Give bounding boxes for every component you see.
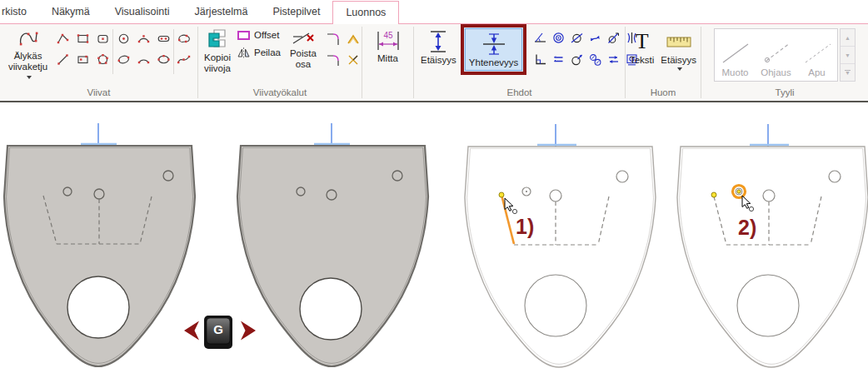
distance-constraint-button[interactable]: Etäisyys: [417, 27, 460, 67]
concentric-constraint-button[interactable]: [548, 28, 568, 47]
tangent-constraint-button[interactable]: [566, 28, 586, 47]
rectangle-button[interactable]: [72, 29, 92, 48]
plate-sketch-step2[interactable]: 2): [677, 124, 868, 367]
polygon-button[interactable]: [92, 50, 112, 69]
distance-annotation-button[interactable]: Etäisyys: [657, 27, 700, 72]
gallery-scroll-down-button[interactable]: ▼: [841, 47, 855, 64]
canvas-drawing: G 1): [0, 102, 868, 388]
parallel-constraint-button[interactable]: [548, 50, 568, 69]
large-hole[interactable]: [67, 276, 129, 338]
smart-line-chain-button[interactable]: Älykäs viivaketju: [3, 27, 52, 84]
mirror-button[interactable]: Peilaa: [235, 44, 282, 62]
rectangle-by-center-button[interactable]: [72, 50, 92, 69]
tab-luonnos[interactable]: Luonnos: [332, 1, 399, 24]
text-button[interactable]: T Teksti: [626, 27, 657, 67]
ellipse-by-points-button[interactable]: [153, 50, 173, 69]
equal-radius-constraint-button[interactable]: [585, 50, 605, 69]
style-apu-label: Apu: [808, 67, 825, 78]
chamfer-button[interactable]: [343, 29, 363, 48]
arc-button[interactable]: [133, 29, 153, 48]
chevron-down-icon: [27, 76, 32, 79]
offset-icon: [237, 29, 251, 42]
mirror-label: Peilaa: [254, 47, 281, 58]
angle-constraint-button[interactable]: [530, 28, 550, 47]
group-viivat: Älykäs viivaketju: [0, 24, 197, 101]
step1-label: 1): [516, 215, 534, 238]
line-endpoint-handle[interactable]: [499, 192, 504, 197]
copy-lines-button[interactable]: Kopioi viivoja: [202, 27, 233, 75]
arrow-left-icon: [184, 321, 199, 341]
ellipse-button[interactable]: [113, 50, 133, 69]
plate-shaded[interactable]: [237, 123, 428, 366]
style-gallery: Muoto Ohjaus Apu: [714, 28, 838, 82]
mirror-icon: [237, 47, 251, 59]
coincident-constraint-button[interactable]: Yhtenevyys: [465, 28, 522, 71]
group-huom: T Teksti Etäisyys Huom: [626, 24, 701, 101]
rounded-rectangle-button[interactable]: [92, 29, 112, 48]
slot-button[interactable]: [153, 29, 173, 48]
trim-button[interactable]: Poista osa: [287, 27, 320, 72]
tab-jarjestelma[interactable]: Järjestelmä: [182, 1, 261, 23]
tangent-arrow-constraint-button[interactable]: [566, 50, 586, 69]
plate-shaded-with-sketch[interactable]: [4, 123, 195, 366]
arc-by-points-button[interactable]: [133, 50, 153, 69]
dashed-line-style-icon: [760, 41, 793, 66]
large-hole[interactable]: [300, 278, 362, 340]
dimension-icon: 45: [374, 28, 402, 53]
tab-pistepilvet[interactable]: Pistepilvet: [260, 1, 332, 23]
fillet-corner-button[interactable]: [323, 50, 343, 69]
gallery-scroll-up-button[interactable]: ▲: [841, 29, 855, 47]
closed-spline-button[interactable]: [174, 29, 194, 48]
step2-label: 2): [738, 216, 756, 239]
style-muoto[interactable]: Muoto: [715, 29, 756, 81]
large-hole[interactable]: [737, 275, 799, 336]
group-label-huom: Huom: [626, 87, 701, 101]
plate-sketch-step1[interactable]: 1): [465, 124, 656, 367]
keyboard-hint: G: [184, 316, 256, 349]
highlighted-hole-center: [737, 190, 741, 193]
style-ohjaus[interactable]: Ohjaus: [756, 29, 796, 81]
style-muoto-label: Muoto: [722, 67, 749, 78]
offset-button[interactable]: Offset: [235, 27, 282, 44]
group-mitta: 45 Mitta: [362, 24, 413, 101]
distance-constraint-icon: [424, 28, 452, 55]
trim-corner-button[interactable]: [343, 50, 363, 69]
line-button[interactable]: [52, 50, 72, 69]
drawing-canvas[interactable]: G 1): [0, 102, 868, 388]
dimension-button[interactable]: 45 Mitta: [371, 27, 406, 66]
coincident-constraint-icon: [480, 31, 508, 57]
ribbon-tab-bar: rkisto Näkymä Visualisointi Järjestelmä …: [0, 0, 868, 23]
polyline-button[interactable]: [52, 29, 72, 48]
tangent-point-constraint-button[interactable]: [603, 28, 623, 47]
gallery-scrollbar: ▲ ▼ ▼: [840, 28, 856, 82]
style-ohjaus-label: Ohjaus: [761, 67, 791, 78]
fillet-button[interactable]: [323, 29, 343, 48]
offset-label: Offset: [254, 30, 279, 41]
smart-line-chain-icon: [17, 28, 39, 48]
tab-visualisointi[interactable]: Visualisointi: [102, 1, 182, 23]
ribbon: Älykäs viivaketju: [0, 23, 868, 102]
gallery-more-button[interactable]: ▼: [841, 64, 855, 81]
perpendicular-constraint-button[interactable]: [530, 50, 550, 69]
arrow-right-icon: [241, 321, 256, 341]
connect-constraint-button[interactable]: [585, 28, 605, 47]
tab-nakyma[interactable]: Näkymä: [39, 1, 102, 23]
group-viivatyokalut: Kopioi viivoja Offset Peilaa: [198, 24, 362, 101]
group-ehdot: Etäisyys Yhtenevyys: [414, 24, 625, 101]
copy-lines-icon: [207, 28, 228, 50]
group-tyyli: Muoto Ohjaus Apu ▲ ▼: [701, 24, 868, 101]
trim-icon: [291, 28, 316, 48]
circle-by-center-button[interactable]: [113, 29, 133, 48]
spline-button[interactable]: [174, 50, 194, 69]
group-label-mitta: [362, 98, 413, 101]
application-window: rkisto Näkymä Visualisointi Järjestelmä …: [0, 0, 868, 388]
style-apu[interactable]: Apu: [796, 29, 837, 81]
dimension-icon-value: 45: [383, 31, 393, 40]
equal-constraint-button[interactable]: [603, 50, 623, 69]
line-endpoint-handle[interactable]: [711, 192, 716, 197]
ruler-icon: [666, 28, 692, 55]
tab-arkisto[interactable]: rkisto: [0, 1, 39, 23]
yhtenevyys-highlight-box: Yhtenevyys: [461, 24, 526, 75]
large-hole[interactable]: [525, 275, 586, 336]
hole-center-point: [526, 191, 527, 192]
